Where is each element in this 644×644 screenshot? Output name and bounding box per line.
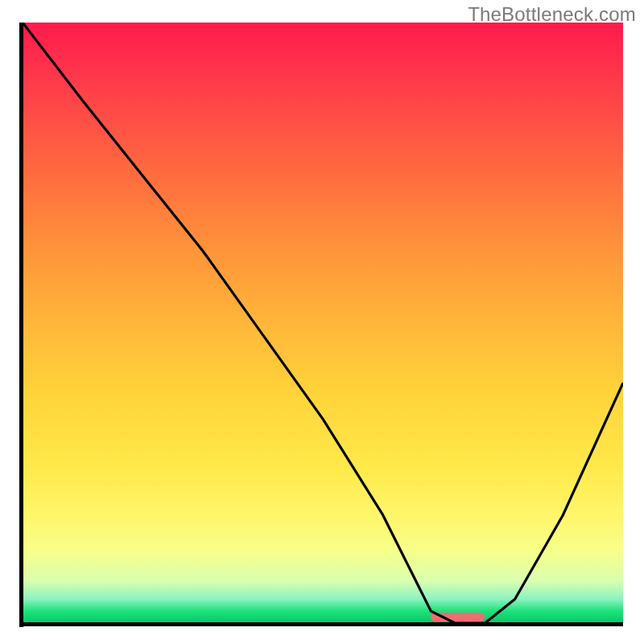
x-axis	[23, 622, 623, 626]
watermark-text: TheBottleneck.com	[468, 3, 636, 26]
curve-layer	[23, 23, 623, 623]
plot-area	[23, 23, 623, 623]
bottleneck-curve-path	[23, 23, 623, 623]
bottleneck-chart: TheBottleneck.com	[0, 0, 644, 644]
y-axis	[19, 23, 23, 627]
